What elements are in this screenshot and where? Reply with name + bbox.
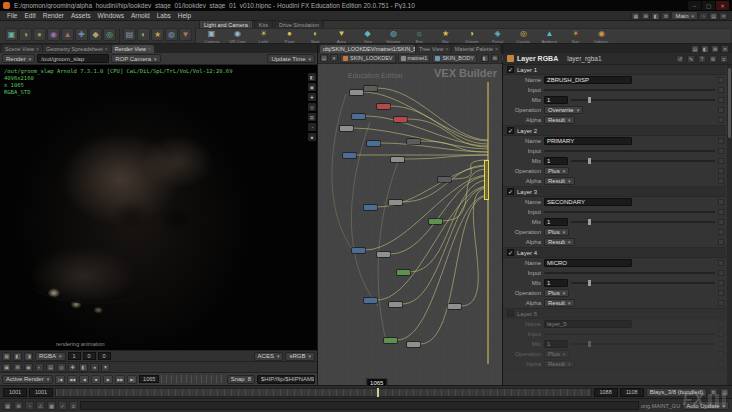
menubar-icon[interactable]: ⊞	[641, 12, 650, 20]
render-tool-icon[interactable]: ▣	[2, 363, 11, 372]
close-icon[interactable]: ×	[445, 46, 448, 52]
output-path-field[interactable]: $HIP/flip/$HIPNAME.$F4	[257, 375, 315, 384]
graph-node[interactable]	[384, 338, 397, 343]
playback-start-field[interactable]: 1001	[29, 388, 53, 397]
shelf-tool[interactable]: ◆ Geo	[355, 29, 380, 44]
menu-item[interactable]: Help	[175, 12, 194, 19]
graph-node[interactable]	[364, 298, 377, 303]
transport-button[interactable]: ▶|	[127, 375, 137, 384]
status-icon[interactable]: ◔	[25, 401, 34, 410]
layer-header[interactable]: ✓ Layer 4	[503, 248, 726, 258]
row-menu-icon[interactable]	[718, 239, 724, 245]
menu-item[interactable]: Labs	[154, 12, 174, 19]
layer-header[interactable]: ✓ Layer 3	[503, 187, 726, 197]
render-tool-icon[interactable]: ●	[90, 363, 99, 372]
toolbar-icon[interactable]: ◐	[137, 28, 150, 41]
transport-button[interactable]: ■	[91, 375, 101, 384]
row-menu-icon[interactable]	[718, 209, 724, 215]
pane-tab[interactable]: Scene View ×	[2, 45, 42, 53]
status-icon[interactable]: ⚠	[36, 401, 45, 410]
layer-alpha-dropdown[interactable]: Result ▾	[544, 299, 575, 307]
shelf-tool[interactable]: ☼ Env	[407, 29, 432, 44]
slider-handle[interactable]	[588, 219, 591, 225]
rop-path-field[interactable]: /out/groom_slap	[37, 54, 109, 63]
breadcrumb-icon[interactable]: ▤	[320, 54, 328, 62]
toolbar-icon[interactable]: ✚	[75, 28, 88, 41]
side-strip-icon[interactable]: ✚	[308, 93, 316, 101]
layer-alpha-dropdown[interactable]: Result ▾	[544, 238, 575, 246]
pane-tab[interactable]: Render View ×	[112, 45, 154, 53]
row-menu-icon[interactable]	[718, 158, 724, 164]
display-option-icon[interactable]: ◧	[13, 352, 22, 361]
render-tool-icon[interactable]: ⊞	[13, 363, 22, 372]
row-menu-icon[interactable]	[718, 97, 724, 103]
toolbar-icon[interactable]: ◉	[47, 28, 60, 41]
shelf-tab[interactable]: Kits	[254, 20, 273, 28]
layer-mix-field[interactable]: 1	[544, 279, 568, 287]
shelf-tool[interactable]: ▼ Area	[329, 29, 354, 44]
slider-handle[interactable]	[588, 280, 591, 286]
side-strip-icon[interactable]: ◔	[308, 123, 316, 131]
layer-enable-checkbox[interactable]: ✓	[507, 188, 514, 195]
row-menu-icon[interactable]	[718, 178, 724, 184]
parameter-header-icon[interactable]: ⚙	[709, 55, 717, 63]
shelf-tool[interactable]: ◍ Volume	[381, 29, 406, 44]
menu-item[interactable]: Edit	[21, 12, 38, 19]
breadcrumb-item[interactable]: SKIN_BODY	[432, 54, 476, 63]
graph-node[interactable]	[389, 200, 402, 205]
toolbar-icon[interactable]: ▤	[123, 28, 136, 41]
update-mode-selector[interactable]: Update Time ▾	[267, 54, 315, 63]
render-canvas[interactable]: /out/groom_slap Arnold 7.3.1.0 [CPU] CaL…	[0, 65, 317, 350]
graph-node[interactable]	[367, 141, 380, 146]
menu-item[interactable]: Windows	[95, 12, 127, 19]
shelf-tool[interactable]: ☀ Light	[251, 29, 276, 44]
graph-node[interactable]	[364, 205, 377, 210]
layer-mix-field[interactable]: 1	[544, 218, 568, 226]
menubar-icon[interactable]: ✕	[719, 12, 728, 20]
row-menu-icon[interactable]	[718, 300, 724, 306]
menu-item[interactable]: File	[4, 12, 20, 19]
toolbar-icon[interactable]: ◍	[165, 28, 178, 41]
shelf-tool[interactable]: ◈ Portal	[485, 29, 510, 44]
layer-alpha-dropdown[interactable]: Result ▾	[544, 116, 575, 124]
close-icon[interactable]: ×	[495, 46, 498, 52]
menubar-icon[interactable]: ▤	[709, 12, 718, 20]
playback-end-field[interactable]: 1088	[594, 388, 618, 397]
display-value-field[interactable]: 0	[98, 352, 111, 360]
colorspace-selector[interactable]: sRGB ▾	[285, 352, 315, 361]
minimize-button[interactable]: –	[688, 1, 701, 10]
render-tool-icon[interactable]: ▤	[46, 363, 55, 372]
shelf-tool[interactable]: ★ Sky	[433, 29, 458, 44]
layer-operation-dropdown[interactable]: Plus ▾	[544, 350, 569, 358]
row-menu-icon[interactable]	[718, 117, 724, 123]
playbar-icon[interactable]: ⚙	[709, 388, 718, 397]
playback-options-chip[interactable]: Blays_3/8 (bundled)	[646, 388, 707, 397]
playbar-icon[interactable]: ▤	[720, 388, 729, 397]
transport-button[interactable]: |◀	[55, 375, 65, 384]
maximize-button[interactable]: ▢	[702, 1, 715, 10]
render-tool-icon[interactable]: ◎	[57, 363, 66, 372]
layer-header[interactable]: ✓ Layer 2	[503, 126, 726, 136]
close-icon[interactable]: ×	[36, 46, 39, 52]
parameter-header-icon[interactable]: ✎	[687, 55, 695, 63]
row-menu-icon[interactable]	[718, 280, 724, 286]
scrollbar-thumb[interactable]	[728, 68, 731, 138]
layer-mix-slider[interactable]	[571, 221, 715, 223]
slider-handle[interactable]	[588, 158, 591, 164]
shelf-tool[interactable]: ◎ Caustic	[511, 29, 536, 44]
layer-mix-slider[interactable]	[571, 160, 715, 162]
render-tool-icon[interactable]: ◐	[35, 363, 44, 372]
network-toolbar-icon[interactable]: ⊞	[491, 54, 499, 62]
row-menu-icon[interactable]	[718, 229, 724, 235]
row-menu-icon[interactable]	[718, 321, 724, 327]
layer-mix-slider[interactable]	[571, 282, 715, 284]
graph-node[interactable]	[438, 177, 451, 182]
graph-node[interactable]	[397, 270, 410, 275]
layer-name-field[interactable]: layer_5	[544, 320, 632, 328]
layer-enable-checkbox[interactable]: ✓	[507, 249, 514, 256]
network-toolbar-icon[interactable]: ◧	[481, 54, 489, 62]
shelf-tab[interactable]: Drive Simulation	[274, 20, 324, 28]
shelf-tool[interactable]: ◐ Spot	[303, 29, 328, 44]
row-menu-icon[interactable]	[718, 138, 724, 144]
render-button[interactable]: Render ▾	[2, 54, 35, 63]
